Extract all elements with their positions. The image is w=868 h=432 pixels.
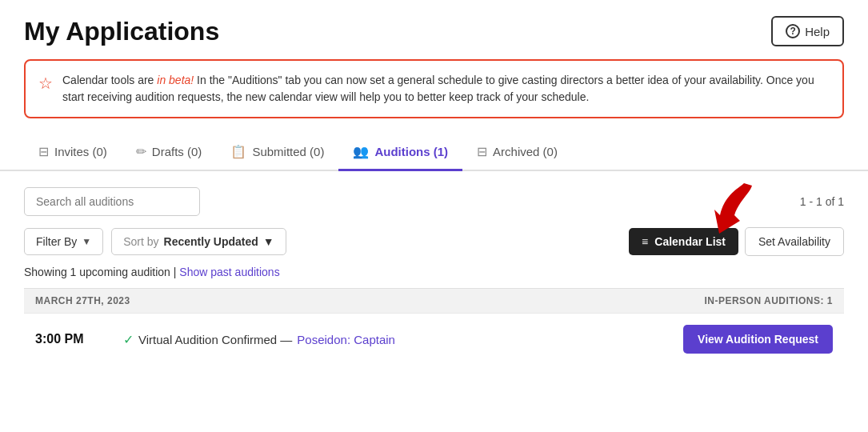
set-availability-label: Set Availability (758, 235, 830, 248)
tab-auditions[interactable]: 👥 Auditions (1) (338, 134, 462, 171)
filters-left: Filter By ▼ Sort by Recently Updated ▼ (24, 228, 286, 255)
filter-by-button[interactable]: Filter By ▼ (24, 228, 103, 255)
banner-text: Calendar tools are in beta! In the "Audi… (62, 72, 830, 106)
calendar-list-label: Calendar List (654, 235, 726, 248)
filter-by-label: Filter By (36, 235, 77, 248)
tab-invites[interactable]: ⊟ Invites (0) (24, 134, 122, 171)
tab-submitted-label: Submitted (0) (252, 145, 324, 158)
audition-details: ✓ Virtual Audition Confirmed — Poseidon:… (123, 332, 667, 347)
help-icon: ? (786, 24, 800, 38)
list-icon: ≡ (642, 235, 648, 248)
beta-banner: ☆ Calendar tools are in beta! In the "Au… (24, 59, 844, 118)
filters-right: ≡ Calendar List Set Availability (629, 227, 844, 256)
star-icon: ☆ (38, 74, 53, 93)
audition-time: 3:00 PM (35, 332, 107, 346)
tab-drafts[interactable]: ✏ Drafts (0) (122, 134, 217, 171)
submitted-icon: 📋 (230, 144, 246, 159)
showing-row: Showing 1 upcoming audition | Show past … (24, 266, 844, 278)
help-button[interactable]: ? Help (771, 16, 844, 46)
audition-status: Virtual Audition Confirmed — (138, 333, 292, 346)
tab-drafts-label: Drafts (0) (152, 145, 202, 158)
tab-archived-label: Archived (0) (493, 145, 558, 158)
date-header-right: In-Person Auditions: 1 (704, 295, 833, 306)
showing-text: Showing 1 upcoming audition | (24, 266, 179, 278)
sort-prefix: Sort by (123, 235, 158, 248)
date-header-left: MARCH 27TH, 2023 (35, 295, 130, 306)
tab-archived[interactable]: ⊟ Archived (0) (462, 134, 572, 171)
invites-icon: ⊟ (38, 144, 49, 159)
banner-highlight: in beta! (157, 74, 194, 86)
set-availability-button[interactable]: Set Availability (745, 227, 844, 256)
sort-by-button[interactable]: Sort by Recently Updated ▼ (111, 228, 286, 255)
check-icon: ✓ (123, 332, 134, 347)
sort-chevron-icon: ▼ (263, 235, 274, 248)
search-count-row: 1 - 1 of 1 (24, 187, 844, 216)
date-header-row: MARCH 27TH, 2023 In-Person Auditions: 1 (24, 288, 844, 313)
calendar-list-button[interactable]: ≡ Calendar List (629, 228, 738, 255)
filter-chevron-icon: ▼ (82, 236, 91, 247)
sort-value-label: Recently Updated (164, 235, 258, 248)
pagination-text: 1 - 1 of 1 (800, 195, 844, 208)
archived-icon: ⊟ (477, 144, 487, 159)
tab-invites-label: Invites (0) (54, 145, 107, 158)
auditions-icon: 👥 (353, 144, 369, 159)
tabs-container: ⊟ Invites (0) ✏ Drafts (0) 📋 Submitted (… (0, 134, 868, 171)
tab-submitted[interactable]: 📋 Submitted (0) (216, 134, 338, 171)
page-header: My Applications ? Help (0, 0, 868, 59)
help-button-label: Help (805, 25, 830, 38)
drafts-icon: ✏ (136, 144, 146, 159)
view-audition-request-button[interactable]: View Audition Request (683, 325, 833, 354)
audition-row: 3:00 PM ✓ Virtual Audition Confirmed — P… (24, 313, 844, 365)
audition-project-link[interactable]: Poseidon: Captain (297, 333, 395, 346)
filters-row: Filter By ▼ Sort by Recently Updated ▼ ≡… (24, 227, 844, 256)
search-input[interactable] (24, 187, 200, 216)
page-title: My Applications (24, 17, 219, 46)
show-past-auditions-link[interactable]: Show past auditions (179, 266, 279, 278)
tab-auditions-label: Auditions (1) (374, 145, 448, 158)
content-area: 1 - 1 of 1 Filter By ▼ Sort by Recently … (0, 171, 868, 381)
